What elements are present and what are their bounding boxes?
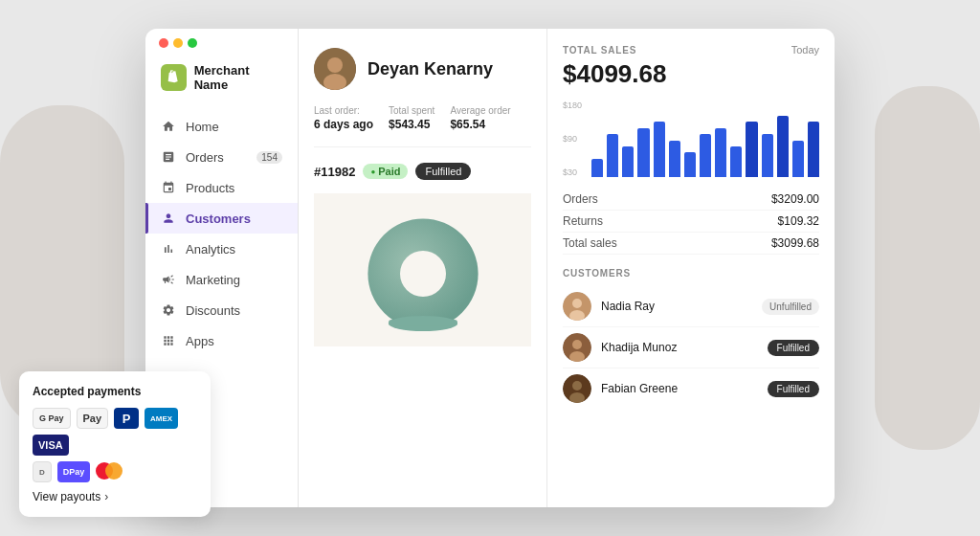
home-icon: [161, 119, 176, 134]
customer-row-nadia: Nadia Ray Unfulfilled: [563, 286, 819, 327]
view-payouts-label: View payouts: [33, 490, 100, 503]
stat-last-order: Last order: 6 days ago: [314, 105, 373, 131]
bar-13: [777, 116, 789, 177]
customers-section-title: CUSTOMERS: [563, 268, 819, 279]
bar-10: [730, 146, 742, 177]
mastercard-icon: [96, 462, 126, 481]
bar-2: [607, 134, 618, 177]
svg-point-14: [572, 381, 582, 391]
discounts-icon: [161, 302, 176, 318]
customers-icon: [161, 211, 176, 226]
analytics-panel: TOTAL SALES Today $4099.68 $180 $90 $30: [547, 29, 835, 507]
sidebar-item-home-label: Home: [186, 120, 219, 134]
products-icon: [161, 180, 176, 195]
sidebar-item-products[interactable]: Products: [145, 172, 298, 203]
sidebar-item-analytics-label: Analytics: [186, 242, 235, 257]
vase-image: [346, 193, 500, 346]
sidebar-item-orders-label: Orders: [186, 150, 224, 165]
sidebar-item-discounts[interactable]: Discounts: [145, 295, 298, 325]
view-payouts-button[interactable]: View payouts ›: [33, 490, 197, 503]
customer-row-khadija: Khadija Munoz Fulfilled: [563, 327, 819, 368]
stat-avg-order-value: $65.54: [450, 118, 510, 131]
khadija-name: Khadija Munoz: [601, 341, 758, 354]
bar-5: [654, 122, 665, 177]
diners-icon: D: [33, 461, 52, 482]
order-number: #11982: [314, 165, 355, 179]
stat-total-spent-value: $543.45: [389, 118, 434, 131]
breakdown-returns: Returns $109.32: [563, 211, 819, 233]
minimize-button[interactable]: [173, 38, 183, 48]
bar-8: [700, 134, 711, 177]
traffic-lights: [159, 38, 197, 48]
breakdown-returns-label: Returns: [563, 214, 603, 228]
total-sales-title: TOTAL SALES: [563, 45, 636, 56]
sidebar-item-marketing[interactable]: Marketing: [145, 264, 298, 295]
gpay-icon: G Pay: [33, 408, 71, 429]
merchant-name: Merchant Name: [194, 63, 282, 92]
sidebar-item-apps[interactable]: Apps: [145, 325, 298, 356]
sidebar-item-discounts-label: Discounts: [186, 303, 240, 318]
orders-badge: 154: [256, 151, 282, 164]
sidebar-item-customers[interactable]: Customers: [145, 203, 298, 234]
bar-15: [808, 122, 819, 177]
stat-total-spent-label: Total spent: [389, 105, 434, 116]
bar-1: [591, 159, 603, 177]
nadia-avatar: [563, 292, 591, 321]
customer-header: Deyan Kenarny: [314, 48, 531, 90]
bar-3: [622, 146, 634, 177]
paid-badge: Paid: [363, 164, 408, 179]
payments-card: Accepted payments G Pay Pay P AMEX VISA …: [19, 371, 211, 517]
khadija-status: Fulfilled: [768, 340, 819, 356]
bar-chart: $180 $90 $30: [563, 100, 819, 177]
fabian-status: Fulfilled: [768, 381, 819, 397]
customer-stats: Last order: 6 days ago Total spent $543.…: [314, 105, 531, 147]
customer-name: Deyan Kenarny: [368, 59, 493, 79]
y-label-high: $180: [563, 100, 582, 110]
sidebar-item-analytics[interactable]: Analytics: [145, 234, 298, 264]
analytics-icon: [161, 241, 176, 257]
product-image-area: [314, 193, 531, 346]
fulfilled-badge: Fulfilled: [415, 163, 471, 180]
sidebar-item-marketing-label: Marketing: [186, 273, 240, 287]
breakdown-orders: Orders $3209.00: [563, 189, 819, 211]
order-panel: Deyan Kenarny Last order: 6 days ago Tot…: [299, 29, 547, 507]
svg-point-4: [400, 251, 446, 297]
bar-7: [684, 152, 696, 177]
nadia-name: Nadia Ray: [601, 300, 752, 313]
main-content: Deyan Kenarny Last order: 6 days ago Tot…: [299, 29, 835, 507]
y-label-low: $30: [563, 168, 582, 177]
svg-rect-6: [389, 320, 457, 325]
close-button[interactable]: [159, 38, 168, 48]
customer-avatar: [314, 48, 356, 90]
bar-9: [715, 128, 726, 177]
order-row: #11982 Paid Fulfilled: [314, 163, 531, 180]
bar-11: [746, 122, 757, 177]
maximize-button[interactable]: [188, 38, 197, 48]
sidebar-item-home[interactable]: Home: [145, 111, 298, 142]
bar-14: [792, 141, 804, 177]
svg-point-1: [327, 57, 343, 73]
fabian-name: Fabian Greene: [601, 382, 758, 395]
bar-12: [762, 134, 773, 177]
stat-avg-order-label: Average order: [450, 105, 510, 116]
main-window: Merchant Name Home Orders 154 Products: [145, 29, 835, 507]
bg-decoration-right: [875, 86, 980, 450]
sidebar-item-orders[interactable]: Orders 154: [145, 142, 298, 172]
stat-last-order-label: Last order:: [314, 105, 373, 116]
payment-icons-row-1: G Pay Pay P AMEX VISA: [33, 408, 197, 456]
bar-6: [669, 141, 680, 177]
amex-icon: AMEX: [145, 408, 178, 429]
sidebar-item-customers-label: Customers: [186, 212, 251, 226]
paypal-icon: P: [114, 408, 139, 429]
breakdown-total: Total sales $3099.68: [563, 233, 819, 255]
stat-last-order-value: 6 days ago: [314, 118, 373, 131]
khadija-avatar: [563, 333, 591, 362]
dpay-icon: DPay: [57, 461, 91, 482]
customer-row-fabian: Fabian Greene Fulfilled: [563, 368, 819, 409]
sales-breakdown: Orders $3209.00 Returns $109.32 Total sa…: [563, 189, 819, 255]
shopify-icon: [161, 64, 187, 91]
svg-point-8: [572, 299, 582, 308]
bar-4: [637, 128, 649, 177]
visa-icon: VISA: [33, 435, 69, 456]
sidebar-item-apps-label: Apps: [186, 334, 214, 348]
